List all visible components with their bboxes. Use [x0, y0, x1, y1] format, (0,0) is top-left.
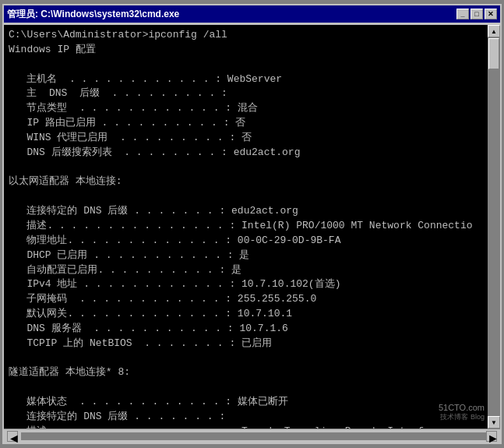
maximize-button[interactable]: □	[471, 9, 483, 19]
scrollbar-thumb[interactable]	[488, 38, 499, 69]
watermark-line2: 技术博客 Blog	[439, 412, 485, 422]
cmd-content: Windows IP 配置 主机名 . . . . . . . . . . . …	[9, 43, 485, 429]
window-controls: _ □ ✕	[456, 9, 497, 19]
title-bar: 管理员: C:\Windows\system32\cmd.exe _ □ ✕	[4, 5, 500, 23]
scroll-up-button[interactable]: ▲	[488, 25, 500, 37]
cmd-prompt: C:\Users\Administrator>ipconfig /all	[9, 28, 485, 43]
watermark-line1: 51CTO.com	[439, 403, 485, 412]
scroll-left-button[interactable]: ◄	[7, 431, 18, 442]
scroll-right-button[interactable]: ►	[486, 431, 497, 442]
scrollbar-track[interactable]	[488, 37, 500, 416]
watermark: 51CTO.com 技术博客 Blog	[439, 403, 485, 422]
scroll-down-button[interactable]: ▼	[488, 416, 500, 429]
minimize-button[interactable]: _	[456, 9, 469, 19]
horizontal-scrollbar[interactable]	[21, 432, 486, 440]
cmd-output: C:\Users\Administrator>ipconfig /all Win…	[4, 25, 500, 429]
cmd-window: 管理员: C:\Windows\system32\cmd.exe _ □ ✕ C…	[2, 4, 502, 444]
close-button[interactable]: ✕	[485, 9, 497, 19]
scrollbar[interactable]: ▲ ▼	[488, 25, 500, 429]
window-title: 管理员: C:\Windows\system32\cmd.exe	[7, 8, 179, 21]
status-bar: ◄ ►	[4, 429, 500, 443]
cmd-area: C:\Users\Administrator>ipconfig /all Win…	[4, 25, 500, 429]
